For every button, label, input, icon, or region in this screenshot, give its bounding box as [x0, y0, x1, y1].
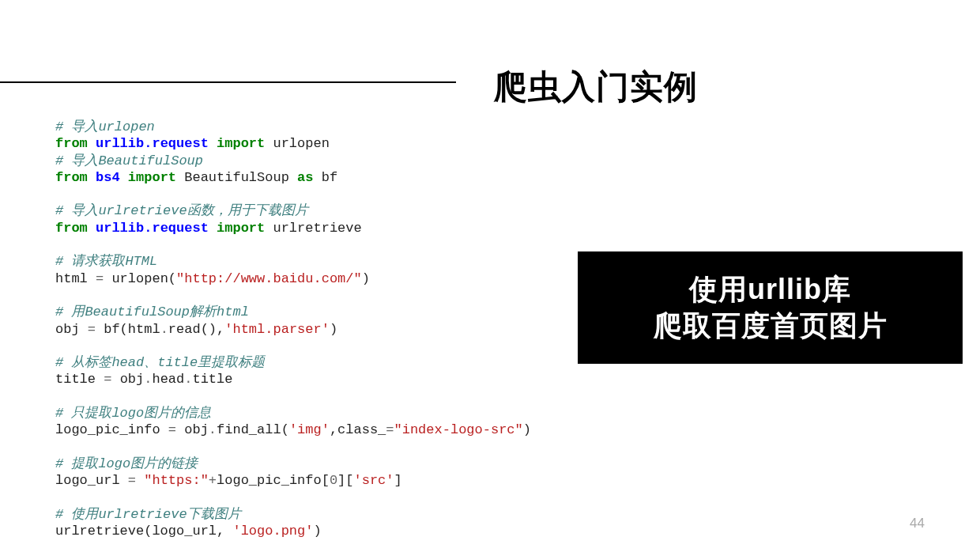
- dot: .: [160, 322, 168, 337]
- attr: head: [152, 372, 184, 387]
- code-comment: # 提取logo图片的链接: [55, 456, 198, 471]
- op-eq: =: [168, 422, 176, 437]
- op-eq: =: [88, 322, 96, 337]
- side-caption-line2: 爬取百度首页图片: [654, 308, 888, 344]
- kw-as: as: [297, 170, 313, 185]
- ident: obj: [184, 422, 209, 437]
- code-comment: # 导入urlopen: [55, 119, 155, 134]
- ident: bf: [322, 170, 337, 185]
- mod: urllib.request: [96, 221, 209, 236]
- code-block: # 导入urlopen from urllib.request import u…: [55, 119, 531, 539]
- paren: ): [313, 524, 321, 539]
- code-comment: # 从标签head、title里提取标题: [55, 355, 265, 370]
- ident: ,class_: [330, 422, 386, 437]
- side-caption-box: 使用urllib库 爬取百度首页图片: [578, 251, 963, 364]
- kw-import: import: [128, 170, 176, 185]
- num: 0: [330, 473, 337, 488]
- str: 'src': [354, 473, 394, 488]
- bracket: ][: [337, 473, 353, 488]
- ident: obj: [120, 372, 145, 387]
- kw-from: from: [55, 136, 88, 151]
- str: "https:": [144, 473, 209, 488]
- dot: .: [184, 372, 192, 387]
- mod: bs4: [96, 170, 120, 185]
- dot: .: [209, 422, 217, 437]
- code-comment: # 导入BeautifulSoup: [55, 153, 203, 168]
- horizontal-divider: [0, 81, 456, 83]
- op-eq: =: [386, 422, 394, 437]
- str: 'logo.png': [232, 524, 313, 539]
- code-comment: # 请求获取HTML: [55, 254, 157, 269]
- kw-import: import: [217, 221, 265, 236]
- slide-title: 爬虫入门实例: [494, 65, 698, 109]
- dot: .: [144, 372, 152, 387]
- fn-call: find_all(: [217, 422, 289, 437]
- mod: urllib.request: [96, 136, 209, 151]
- code-comment: # 用BeautifulSoup解析html: [55, 304, 249, 319]
- code-comment: # 导入urlretrieve函数，用于下载图片: [55, 203, 308, 218]
- op-plus: +: [209, 473, 217, 488]
- ident: title: [55, 372, 96, 387]
- paren: ): [523, 422, 531, 437]
- ident: BeautifulSoup: [184, 170, 289, 185]
- op-eq: =: [104, 372, 111, 387]
- ident: obj: [55, 322, 80, 337]
- op-eq: =: [96, 271, 104, 286]
- bracket: ]: [394, 473, 402, 488]
- fn-call: urlopen(: [111, 271, 176, 286]
- paren: ): [362, 271, 370, 286]
- kw-import: import: [217, 136, 265, 151]
- fn-call: urlretrieve(logo_url,: [55, 524, 224, 539]
- str: "http://www.baidu.com/": [176, 271, 362, 286]
- fn-call: bf(html: [104, 322, 160, 337]
- ident: html: [55, 271, 88, 286]
- ident: logo_url: [55, 473, 120, 488]
- str: 'img': [289, 422, 330, 437]
- ident: read(),: [168, 322, 224, 337]
- ident: urlopen: [273, 136, 329, 151]
- code-comment: # 只提取logo图片的信息: [55, 406, 211, 421]
- side-caption-line1: 使用urllib库: [689, 271, 851, 308]
- paren: ): [330, 322, 337, 337]
- ident: urlretrieve: [273, 221, 361, 236]
- ident: logo_pic_info[: [217, 473, 330, 488]
- space: [224, 524, 232, 539]
- page-number: 44: [910, 516, 925, 531]
- attr: title: [192, 372, 232, 387]
- op-eq: =: [128, 473, 136, 488]
- kw-from: from: [55, 170, 88, 185]
- ident: logo_pic_info: [55, 422, 160, 437]
- str: "index-logo-src": [394, 422, 523, 437]
- code-comment: # 使用urlretrieve下载图片: [55, 507, 241, 522]
- kw-from: from: [55, 221, 88, 236]
- str: 'html.parser': [224, 322, 330, 337]
